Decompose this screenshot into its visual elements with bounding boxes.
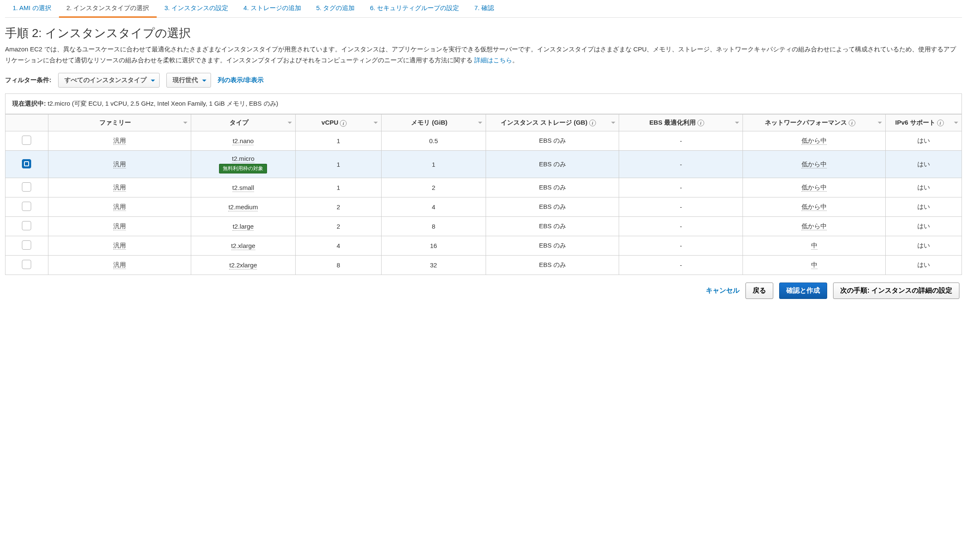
info-icon[interactable] bbox=[937, 120, 944, 126]
page-description-post: 。 bbox=[512, 56, 518, 64]
cell-network: 低から中 bbox=[743, 151, 886, 178]
cell-network: 中 bbox=[743, 236, 886, 256]
cell-vcpu: 2 bbox=[296, 217, 381, 236]
header-storage-label: インスタンス ストレージ (GB) bbox=[501, 119, 588, 126]
cell-ebs: - bbox=[619, 256, 743, 275]
footer-bar: キャンセル 戻る 確認と作成 次の手順: インスタンスの詳細の設定 bbox=[5, 275, 962, 303]
current-selection-value: t2.micro (可変 ECU, 1 vCPU, 2.5 GHz, Intel… bbox=[48, 100, 278, 107]
cell-ipv6: はい bbox=[886, 236, 962, 256]
filter-bar: フィルター条件: すべてのインスタンスタイプ 現行世代 列の表示/非表示 bbox=[5, 73, 962, 88]
cell-storage: EBS のみ bbox=[486, 178, 619, 197]
filter-instance-type-dropdown[interactable]: すべてのインスタンスタイプ bbox=[58, 73, 160, 88]
cell-memory: 2 bbox=[381, 178, 486, 197]
header-type-label: タイプ bbox=[230, 119, 248, 126]
cell-vcpu: 1 bbox=[296, 131, 381, 151]
header-network[interactable]: ネットワークパフォーマンス bbox=[743, 115, 886, 131]
header-family[interactable]: ファミリー bbox=[48, 115, 191, 131]
cell-memory: 8 bbox=[381, 217, 486, 236]
learn-more-link[interactable]: 詳細はこちら bbox=[474, 56, 512, 64]
header-memory-label: メモリ (GiB) bbox=[411, 119, 447, 126]
row-checkbox[interactable] bbox=[22, 260, 31, 269]
cell-type: t2.nano bbox=[191, 131, 296, 151]
wizard-tab-step-6[interactable]: 6. セキュリティグループの設定 bbox=[362, 0, 467, 17]
filter-label: フィルター条件: bbox=[5, 76, 51, 84]
table-row[interactable]: 汎用t2.small12EBS のみ-低から中はい bbox=[5, 178, 962, 197]
cell-type: t2.xlarge bbox=[191, 236, 296, 256]
header-ipv6-label: IPv6 サポート bbox=[895, 119, 935, 126]
header-memory[interactable]: メモリ (GiB) bbox=[381, 115, 486, 131]
cell-network: 低から中 bbox=[743, 217, 886, 236]
table-row[interactable]: 汎用t2.xlarge416EBS のみ-中はい bbox=[5, 236, 962, 256]
cell-storage: EBS のみ bbox=[486, 236, 619, 256]
row-checkbox[interactable] bbox=[22, 159, 31, 168]
page-description: Amazon EC2 では、異なるユースケースに合わせて最適化されたさまざまなイ… bbox=[5, 44, 962, 65]
cell-family: 汎用 bbox=[48, 256, 191, 275]
info-icon[interactable] bbox=[340, 120, 347, 127]
header-vcpu[interactable]: vCPU bbox=[296, 115, 381, 131]
sort-icon bbox=[288, 122, 292, 126]
header-type[interactable]: タイプ bbox=[191, 115, 296, 131]
header-ipv6[interactable]: IPv6 サポート bbox=[886, 115, 962, 131]
cell-ipv6: はい bbox=[886, 256, 962, 275]
wizard-tab-step-3[interactable]: 3. インスタンスの設定 bbox=[157, 0, 236, 17]
table-row[interactable]: 汎用t2.large28EBS のみ-低から中はい bbox=[5, 217, 962, 236]
cell-network: 中 bbox=[743, 256, 886, 275]
wizard-tab-step-1[interactable]: 1. AMI の選択 bbox=[5, 0, 59, 17]
cell-storage: EBS のみ bbox=[486, 256, 619, 275]
next-step-button[interactable]: 次の手順: インスタンスの詳細の設定 bbox=[833, 283, 959, 299]
header-ebs-label: EBS 最適化利用 bbox=[649, 119, 696, 126]
row-checkbox[interactable] bbox=[22, 136, 31, 145]
table-row[interactable]: 汎用t2.nano10.5EBS のみ-低から中はい bbox=[5, 131, 962, 151]
header-storage[interactable]: インスタンス ストレージ (GB) bbox=[486, 115, 619, 131]
info-icon[interactable] bbox=[697, 120, 704, 126]
table-row[interactable]: 汎用t2.2xlarge832EBS のみ-中はい bbox=[5, 256, 962, 275]
wizard-tab-step-4[interactable]: 4. ストレージの追加 bbox=[236, 0, 309, 17]
cancel-button[interactable]: キャンセル bbox=[706, 286, 740, 295]
table-row[interactable]: 汎用t2.micro無料利用枠の対象11EBS のみ-低から中はい bbox=[5, 151, 962, 178]
cell-ipv6: はい bbox=[886, 197, 962, 217]
cell-ipv6: はい bbox=[886, 131, 962, 151]
cell-network: 低から中 bbox=[743, 131, 886, 151]
table-header-row: ファミリー タイプ vCPU メモリ (GiB) インスタンス ストレージ (G… bbox=[5, 115, 962, 131]
wizard-tab-step-2[interactable]: 2. インスタンスタイプの選択 bbox=[59, 0, 157, 17]
header-ebs[interactable]: EBS 最適化利用 bbox=[619, 115, 743, 131]
info-icon[interactable] bbox=[589, 120, 596, 126]
cell-memory: 1 bbox=[381, 151, 486, 178]
toggle-columns-link[interactable]: 列の表示/非表示 bbox=[218, 76, 264, 84]
cell-memory: 0.5 bbox=[381, 131, 486, 151]
row-checkbox[interactable] bbox=[22, 221, 31, 230]
instance-type-table: ファミリー タイプ vCPU メモリ (GiB) インスタンス ストレージ (G… bbox=[5, 114, 962, 275]
wizard-tab-step-5[interactable]: 5. タグの追加 bbox=[309, 0, 363, 17]
header-select bbox=[5, 115, 48, 131]
header-network-label: ネットワークパフォーマンス bbox=[765, 119, 847, 126]
cell-type: t2.micro無料利用枠の対象 bbox=[191, 151, 296, 178]
table-row[interactable]: 汎用t2.medium24EBS のみ-低から中はい bbox=[5, 197, 962, 217]
row-checkbox[interactable] bbox=[22, 182, 31, 192]
wizard-tab-step-7[interactable]: 7. 確認 bbox=[467, 0, 502, 17]
cell-vcpu: 2 bbox=[296, 197, 381, 217]
sort-icon bbox=[954, 122, 958, 126]
cell-family: 汎用 bbox=[48, 217, 191, 236]
row-checkbox[interactable] bbox=[22, 202, 31, 211]
sort-icon bbox=[735, 122, 739, 126]
sort-icon bbox=[878, 122, 882, 126]
sort-icon bbox=[374, 122, 378, 126]
cell-vcpu: 1 bbox=[296, 178, 381, 197]
sort-icon bbox=[478, 122, 482, 126]
cell-family: 汎用 bbox=[48, 236, 191, 256]
cell-ebs: - bbox=[619, 197, 743, 217]
filter-generation-dropdown[interactable]: 現行世代 bbox=[166, 73, 211, 88]
info-icon[interactable] bbox=[849, 120, 855, 126]
review-launch-button[interactable]: 確認と作成 bbox=[779, 283, 827, 299]
cell-family: 汎用 bbox=[48, 197, 191, 217]
cell-family: 汎用 bbox=[48, 178, 191, 197]
row-checkbox[interactable] bbox=[22, 240, 31, 250]
cell-storage: EBS のみ bbox=[486, 217, 619, 236]
cell-ipv6: はい bbox=[886, 151, 962, 178]
cell-family: 汎用 bbox=[48, 151, 191, 178]
cell-network: 低から中 bbox=[743, 178, 886, 197]
cell-memory: 4 bbox=[381, 197, 486, 217]
cell-ebs: - bbox=[619, 131, 743, 151]
back-button[interactable]: 戻る bbox=[745, 283, 773, 299]
current-selection-box: 現在選択中: t2.micro (可変 ECU, 1 vCPU, 2.5 GHz… bbox=[5, 93, 962, 114]
